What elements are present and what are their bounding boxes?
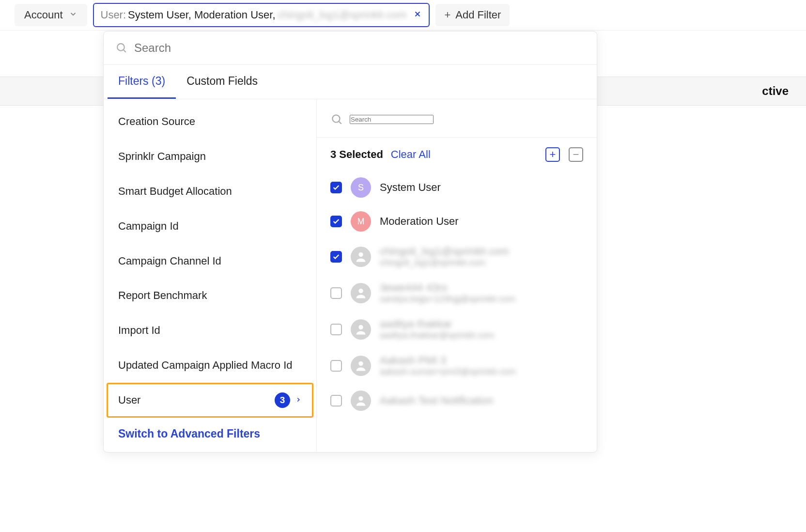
selected-count-label: 3 Selected bbox=[330, 148, 383, 161]
dropdown-search-row bbox=[104, 31, 597, 65]
chevron-down-icon bbox=[69, 9, 78, 21]
filter-item-label: Sprinklr Campaign bbox=[118, 149, 206, 164]
avatar bbox=[351, 247, 371, 267]
avatar: M bbox=[351, 211, 371, 232]
user-sub: sandya.bojja+123hgj@sprinklr.com bbox=[380, 294, 515, 304]
svg-point-4 bbox=[332, 115, 340, 122]
dropdown-search-input[interactable] bbox=[134, 41, 585, 55]
filter-item-label: Creation Source bbox=[118, 114, 195, 129]
user-checkbox[interactable] bbox=[330, 251, 342, 263]
filter-item-label: Smart Budget Allocation bbox=[118, 184, 232, 199]
user-texts: Aakash Test Notification bbox=[380, 394, 493, 407]
user-row[interactable]: chingoli_lsg1@sprinklr.comchingoli_lsg1@… bbox=[330, 238, 583, 275]
search-icon bbox=[330, 113, 343, 125]
avatar bbox=[351, 319, 371, 340]
svg-point-6 bbox=[358, 252, 363, 256]
value-search-input[interactable] bbox=[350, 115, 434, 124]
account-filter-label: Account bbox=[24, 9, 63, 21]
user-sub: chingoli_lsg1@sprinklr.com bbox=[380, 258, 509, 268]
tab-filters[interactable]: Filters (3) bbox=[108, 65, 176, 99]
user-name: Aakash Test Notification bbox=[380, 394, 493, 407]
user-row[interactable]: MModeration User bbox=[330, 204, 583, 238]
band-partial-text: ctive bbox=[762, 84, 789, 98]
filter-item[interactable]: Updated Campaign Applied Macro Id bbox=[104, 348, 316, 383]
filter-item[interactable]: Smart Budget Allocation bbox=[104, 174, 316, 209]
filter-item[interactable]: Creation Source bbox=[104, 104, 316, 139]
add-filter-button[interactable]: + Add Filter bbox=[435, 4, 510, 26]
user-name: System User bbox=[380, 181, 441, 194]
filter-item-label: Campaign Id bbox=[118, 219, 179, 234]
user-sub: aakash.suman+pmi3@sprinklr.com bbox=[380, 367, 516, 377]
filter-item[interactable]: Campaign Channel Id bbox=[104, 244, 316, 279]
svg-line-5 bbox=[339, 122, 341, 124]
user-name: aaditya thakkar bbox=[380, 318, 494, 330]
avatar bbox=[351, 283, 371, 303]
switch-advanced-filters-link[interactable]: Switch to Advanced Filters bbox=[104, 418, 316, 445]
svg-point-10 bbox=[358, 396, 363, 401]
svg-point-8 bbox=[358, 325, 363, 329]
svg-point-9 bbox=[358, 361, 363, 365]
tab-custom-fields[interactable]: Custom Fields bbox=[176, 65, 268, 99]
filter-item-label: Import Id bbox=[118, 323, 160, 338]
user-filter-blurred: chingoli_lsg1@sprinklr.com bbox=[278, 9, 407, 21]
user-name: 3ewe444 43ro bbox=[380, 282, 515, 294]
user-texts: Moderation User bbox=[380, 215, 459, 228]
clear-all-link[interactable]: Clear All bbox=[391, 148, 431, 161]
user-texts: chingoli_lsg1@sprinklr.comchingoli_lsg1@… bbox=[380, 245, 509, 268]
add-filter-label: Add Filter bbox=[455, 9, 501, 21]
user-checkbox[interactable] bbox=[330, 324, 342, 335]
filter-category-list: Creation SourceSprinklr CampaignSmart Bu… bbox=[104, 99, 317, 452]
user-row[interactable]: Aakash Test Notification bbox=[330, 384, 583, 418]
include-button[interactable]: + bbox=[545, 147, 560, 162]
account-filter-chip[interactable]: Account bbox=[15, 4, 87, 26]
chevron-right-icon bbox=[295, 393, 302, 407]
user-checkbox[interactable] bbox=[330, 287, 342, 299]
svg-line-3 bbox=[124, 50, 126, 52]
plus-icon: + bbox=[444, 9, 450, 21]
selected-header: 3 Selected Clear All + − bbox=[330, 147, 583, 162]
filter-item-label: User bbox=[118, 392, 140, 408]
svg-point-2 bbox=[117, 44, 124, 51]
filter-topbar: Account User: System User, Moderation Us… bbox=[0, 0, 806, 31]
filter-item[interactable]: Sprinklr Campaign bbox=[104, 139, 316, 174]
filter-count-badge: 3 bbox=[275, 392, 290, 408]
user-row[interactable]: Aakash PMI 3aakash.suman+pmi3@sprinklr.c… bbox=[330, 347, 583, 384]
user-sub: aaditya.thakkar@sprinklr.com bbox=[380, 330, 494, 341]
dropdown-tabs: Filters (3) Custom Fields bbox=[104, 65, 597, 99]
user-filter-value: System User, Moderation User, bbox=[128, 9, 275, 21]
filter-item-label: Updated Campaign Applied Macro Id bbox=[118, 358, 293, 373]
user-checkbox[interactable] bbox=[330, 395, 342, 407]
value-list: 3 Selected Clear All + − SSystem UserMMo… bbox=[317, 138, 597, 452]
value-search-row bbox=[317, 106, 597, 138]
avatar: S bbox=[351, 177, 371, 198]
filter-item-label: Report Benchmark bbox=[118, 288, 207, 303]
user-checkbox[interactable] bbox=[330, 182, 342, 193]
filter-item[interactable]: Campaign Id bbox=[104, 209, 316, 244]
search-icon bbox=[115, 42, 127, 54]
dropdown-body: Creation SourceSprinklr CampaignSmart Bu… bbox=[104, 99, 597, 452]
avatar bbox=[351, 391, 371, 411]
user-filter-prefix: User: bbox=[101, 9, 126, 21]
user-row[interactable]: 3ewe444 43rosandya.bojja+123hgj@sprinklr… bbox=[330, 275, 583, 311]
exclude-button[interactable]: − bbox=[569, 147, 583, 162]
svg-point-7 bbox=[358, 288, 363, 293]
user-texts: 3ewe444 43rosandya.bojja+123hgj@sprinklr… bbox=[380, 282, 515, 304]
close-icon[interactable] bbox=[413, 10, 422, 20]
user-checkbox[interactable] bbox=[330, 360, 342, 372]
user-texts: Aakash PMI 3aakash.suman+pmi3@sprinklr.c… bbox=[380, 354, 516, 377]
filter-dropdown-panel: Filters (3) Custom Fields Creation Sourc… bbox=[103, 31, 597, 453]
filter-value-pane: 3 Selected Clear All + − SSystem UserMMo… bbox=[317, 99, 597, 452]
user-row[interactable]: aaditya thakkaraaditya.thakkar@sprinklr.… bbox=[330, 311, 583, 347]
user-row[interactable]: SSystem User bbox=[330, 171, 583, 204]
avatar bbox=[351, 356, 371, 376]
user-name: chingoli_lsg1@sprinklr.com bbox=[380, 245, 509, 258]
user-texts: aaditya thakkaraaditya.thakkar@sprinklr.… bbox=[380, 318, 494, 341]
filter-item[interactable]: Report Benchmark bbox=[104, 278, 316, 313]
filter-item-user[interactable]: User 3 bbox=[107, 383, 313, 418]
user-filter-chip[interactable]: User: System User, Moderation User, chin… bbox=[93, 3, 430, 27]
user-checkbox[interactable] bbox=[330, 216, 342, 227]
user-texts: System User bbox=[380, 181, 441, 194]
include-exclude-toggle: + − bbox=[545, 147, 583, 162]
filter-item[interactable]: Import Id bbox=[104, 313, 316, 348]
filter-item-label: Campaign Channel Id bbox=[118, 253, 221, 269]
